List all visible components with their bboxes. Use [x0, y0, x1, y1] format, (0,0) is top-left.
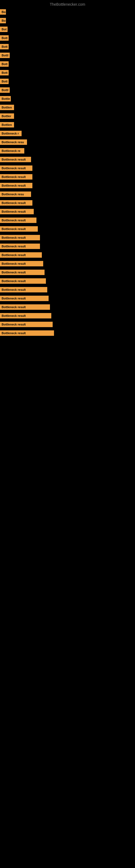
list-item: Bott: [0, 42, 135, 51]
list-item: Bottlen: [0, 120, 135, 129]
bottleneck-label: Bottl: [0, 87, 10, 93]
bottleneck-label: Bottleneck result: [0, 296, 49, 301]
list-item: Bottleneck result: [0, 320, 135, 329]
bottleneck-label: Bott: [0, 44, 9, 50]
bottleneck-label: Bott: [0, 79, 9, 84]
bottleneck-label: Bottler: [0, 113, 14, 119]
list-item: Bottleneck result: [0, 268, 135, 277]
bottleneck-label: Bottleneck result: [0, 157, 31, 162]
bottleneck-label: Bottlen: [0, 105, 14, 110]
bottleneck-label: Bottleneck result: [0, 226, 38, 231]
list-item: Bo: [0, 16, 135, 25]
bottleneck-label: Bot: [0, 27, 8, 32]
list-item: Bottleneck r: [0, 129, 135, 138]
list-item: Bott: [0, 34, 135, 42]
list-item: Bottleneck result: [0, 216, 135, 225]
bottleneck-label: Bottleneck result: [0, 244, 40, 249]
list-item: Bottleneck result: [0, 242, 135, 251]
bottleneck-label: Bottleneck resu: [0, 191, 31, 197]
bottleneck-label: Bottleneck re: [0, 148, 24, 154]
list-item: Bottleneck result: [0, 233, 135, 242]
bottleneck-label: Bottleneck result: [0, 183, 32, 188]
bottleneck-label: Bottleneck r: [0, 131, 21, 136]
bottleneck-label: Bottleneck result: [0, 322, 53, 327]
list-item: Bottleneck result: [0, 251, 135, 259]
bottleneck-label: Bottleneck result: [0, 235, 40, 240]
bottleneck-label: Bott: [0, 35, 9, 41]
list-item: Bottle: [0, 94, 135, 103]
list-item: Bottleneck result: [0, 303, 135, 311]
list-item: Bottl: [0, 86, 135, 94]
bottleneck-label: Bottleneck result: [0, 261, 43, 267]
bottleneck-label: Bottleneck result: [0, 330, 54, 336]
list-item: Bottleneck result: [0, 285, 135, 294]
bottleneck-label: Bottleneck result: [0, 209, 34, 214]
bottleneck-label: Bott: [0, 70, 9, 75]
bottleneck-label: Bo: [0, 9, 6, 14]
bottleneck-label: Bottleneck result: [0, 313, 51, 318]
bottleneck-label: Bottl: [0, 53, 10, 58]
list-item: Bottleneck result: [0, 207, 135, 216]
list-item: Bottlen: [0, 103, 135, 112]
list-item: Bottleneck result: [0, 311, 135, 320]
list-item: Bottleneck result: [0, 294, 135, 303]
list-item: Bottleneck re: [0, 147, 135, 155]
list-item: Bott: [0, 68, 135, 77]
list-item: Bott: [0, 60, 135, 68]
bottleneck-label: Bottleneck result: [0, 278, 46, 284]
list-item: Bo: [0, 8, 135, 16]
site-title: TheBottlenecker.com: [0, 0, 135, 8]
list-item: Bottl: [0, 51, 135, 60]
list-item: Bottleneck result: [0, 329, 135, 337]
bottleneck-label: Bottleneck result: [0, 174, 32, 180]
list-item: Bottleneck resu: [0, 138, 135, 147]
bottleneck-label: Bottleneck result: [0, 165, 32, 171]
bottleneck-label: Bott: [0, 61, 9, 67]
list-item: Bottleneck result: [0, 173, 135, 181]
list-item: Bott: [0, 77, 135, 86]
bottleneck-label: Bottleneck resu: [0, 140, 27, 145]
list-item: Bottler: [0, 112, 135, 120]
bottleneck-label: Bottle: [0, 96, 11, 101]
list-item: Bottleneck result: [0, 181, 135, 190]
list-item: Bottleneck result: [0, 155, 135, 164]
list-item: Bottleneck result: [0, 277, 135, 285]
bottleneck-label: Bottleneck result: [0, 287, 47, 292]
list-item: Bottleneck result: [0, 164, 135, 173]
bottleneck-label: Bottleneck result: [0, 200, 32, 206]
bottleneck-label: Bottleneck result: [0, 304, 50, 310]
bottleneck-label: Bo: [0, 18, 6, 23]
bottleneck-label: Bottlen: [0, 122, 14, 127]
list-item: Bottleneck result: [0, 225, 135, 233]
list-item: Bottleneck result: [0, 259, 135, 268]
bottleneck-label: Bottleneck result: [0, 270, 45, 275]
list-item: Bottleneck result: [0, 198, 135, 207]
list-item: Bottleneck resu: [0, 190, 135, 198]
bottleneck-label: Bottleneck result: [0, 252, 42, 258]
list-item: Bot: [0, 25, 135, 34]
bottleneck-label: Bottleneck result: [0, 218, 37, 223]
